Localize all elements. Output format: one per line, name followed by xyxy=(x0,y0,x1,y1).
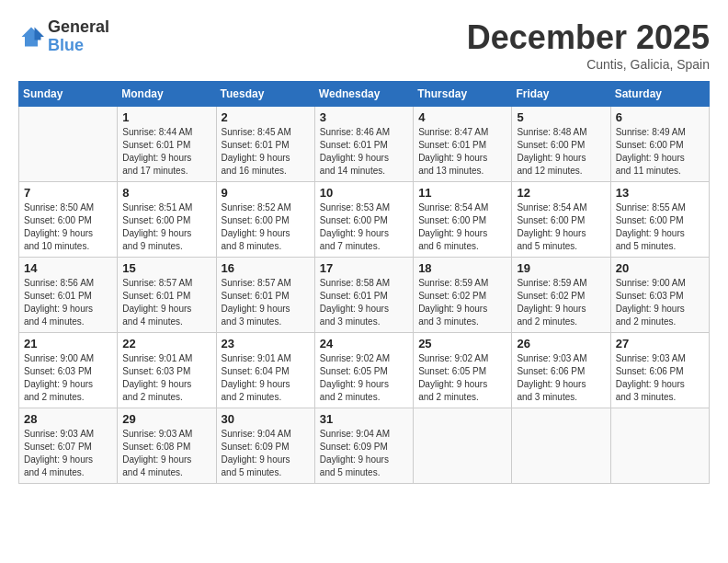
day-number: 21 xyxy=(24,337,112,350)
weekday-header: Wednesday xyxy=(314,82,413,107)
calendar-cell: 19Sunrise: 8:59 AM Sunset: 6:02 PM Dayli… xyxy=(512,258,610,333)
calendar-week-row: 21Sunrise: 9:00 AM Sunset: 6:03 PM Dayli… xyxy=(19,333,710,408)
calendar-cell xyxy=(610,408,709,484)
day-number: 10 xyxy=(320,186,408,200)
calendar-cell: 10Sunrise: 8:53 AM Sunset: 6:00 PM Dayli… xyxy=(314,182,413,258)
logo: General Blue xyxy=(18,18,109,55)
calendar-cell: 15Sunrise: 8:57 AM Sunset: 6:01 PM Dayli… xyxy=(118,258,216,333)
calendar-cell: 7Sunrise: 8:50 AM Sunset: 6:00 PM Daylig… xyxy=(19,182,118,258)
day-info: Sunrise: 8:49 AM Sunset: 6:00 PM Dayligh… xyxy=(616,126,704,178)
calendar-cell: 23Sunrise: 9:01 AM Sunset: 6:04 PM Dayli… xyxy=(216,333,314,408)
day-info: Sunrise: 9:00 AM Sunset: 6:03 PM Dayligh… xyxy=(616,277,704,328)
day-info: Sunrise: 8:59 AM Sunset: 6:02 PM Dayligh… xyxy=(418,277,506,328)
day-info: Sunrise: 9:02 AM Sunset: 6:05 PM Dayligh… xyxy=(320,352,408,404)
calendar-cell xyxy=(19,107,118,182)
calendar-cell: 1Sunrise: 8:44 AM Sunset: 6:01 PM Daylig… xyxy=(118,107,216,182)
calendar-week-row: 28Sunrise: 9:03 AM Sunset: 6:07 PM Dayli… xyxy=(19,408,710,484)
day-info: Sunrise: 8:57 AM Sunset: 6:01 PM Dayligh… xyxy=(222,277,310,328)
day-info: Sunrise: 8:52 AM Sunset: 6:00 PM Dayligh… xyxy=(222,201,310,253)
day-info: Sunrise: 9:04 AM Sunset: 6:09 PM Dayligh… xyxy=(320,428,408,479)
day-number: 22 xyxy=(122,337,210,350)
calendar-cell: 27Sunrise: 9:03 AM Sunset: 6:06 PM Dayli… xyxy=(610,333,709,408)
weekday-header: Monday xyxy=(118,82,216,107)
weekday-row: SundayMondayTuesdayWednesdayThursdayFrid… xyxy=(19,82,710,107)
day-number: 1 xyxy=(122,110,210,124)
calendar-cell: 16Sunrise: 8:57 AM Sunset: 6:01 PM Dayli… xyxy=(216,258,314,333)
day-number: 3 xyxy=(320,110,408,124)
day-number: 28 xyxy=(24,412,112,426)
day-number: 4 xyxy=(418,110,506,124)
day-number: 23 xyxy=(222,337,310,350)
logo-icon xyxy=(18,24,44,50)
day-info: Sunrise: 9:00 AM Sunset: 6:03 PM Dayligh… xyxy=(24,352,112,404)
weekday-header: Thursday xyxy=(414,82,512,107)
day-info: Sunrise: 8:57 AM Sunset: 6:01 PM Dayligh… xyxy=(122,277,210,328)
calendar-week-row: 1Sunrise: 8:44 AM Sunset: 6:01 PM Daylig… xyxy=(19,107,710,182)
calendar-cell: 3Sunrise: 8:46 AM Sunset: 6:01 PM Daylig… xyxy=(314,107,413,182)
day-number: 31 xyxy=(320,412,408,426)
day-info: Sunrise: 9:03 AM Sunset: 6:07 PM Dayligh… xyxy=(24,428,112,479)
calendar-cell: 12Sunrise: 8:54 AM Sunset: 6:00 PM Dayli… xyxy=(512,182,610,258)
day-info: Sunrise: 8:58 AM Sunset: 6:01 PM Dayligh… xyxy=(320,277,408,328)
calendar-cell: 4Sunrise: 8:47 AM Sunset: 6:01 PM Daylig… xyxy=(414,107,512,182)
weekday-header: Friday xyxy=(512,82,610,107)
header: General Blue December 2025 Cuntis, Galic… xyxy=(18,18,710,72)
day-number: 2 xyxy=(222,110,310,124)
day-info: Sunrise: 8:59 AM Sunset: 6:02 PM Dayligh… xyxy=(517,277,605,328)
day-number: 24 xyxy=(320,337,408,350)
title-area: December 2025 Cuntis, Galicia, Spain xyxy=(467,18,710,72)
calendar-cell xyxy=(512,408,610,484)
calendar-header: SundayMondayTuesdayWednesdayThursdayFrid… xyxy=(19,82,710,107)
calendar-cell: 17Sunrise: 8:58 AM Sunset: 6:01 PM Dayli… xyxy=(314,258,413,333)
month-title: December 2025 xyxy=(467,18,710,57)
logo-line1: General xyxy=(48,18,109,37)
day-number: 14 xyxy=(24,261,112,275)
day-number: 6 xyxy=(616,110,704,124)
calendar-cell: 26Sunrise: 9:03 AM Sunset: 6:06 PM Dayli… xyxy=(512,333,610,408)
calendar-body: 1Sunrise: 8:44 AM Sunset: 6:01 PM Daylig… xyxy=(19,107,710,484)
day-number: 17 xyxy=(320,261,408,275)
day-info: Sunrise: 8:46 AM Sunset: 6:01 PM Dayligh… xyxy=(320,126,408,178)
day-info: Sunrise: 8:53 AM Sunset: 6:00 PM Dayligh… xyxy=(320,201,408,253)
calendar-cell: 13Sunrise: 8:55 AM Sunset: 6:00 PM Dayli… xyxy=(610,182,709,258)
weekday-header: Tuesday xyxy=(216,82,314,107)
day-number: 29 xyxy=(122,412,210,426)
calendar-cell: 2Sunrise: 8:45 AM Sunset: 6:01 PM Daylig… xyxy=(216,107,314,182)
day-number: 25 xyxy=(418,337,506,350)
day-info: Sunrise: 8:44 AM Sunset: 6:01 PM Dayligh… xyxy=(122,126,210,178)
day-info: Sunrise: 8:54 AM Sunset: 6:00 PM Dayligh… xyxy=(418,201,506,253)
day-number: 19 xyxy=(517,261,605,275)
svg-marker-1 xyxy=(35,27,45,40)
day-number: 12 xyxy=(517,186,605,200)
day-number: 20 xyxy=(616,261,704,275)
day-info: Sunrise: 8:47 AM Sunset: 6:01 PM Dayligh… xyxy=(418,126,506,178)
weekday-header: Saturday xyxy=(610,82,709,107)
day-info: Sunrise: 9:02 AM Sunset: 6:05 PM Dayligh… xyxy=(418,352,506,404)
day-info: Sunrise: 8:45 AM Sunset: 6:01 PM Dayligh… xyxy=(222,126,310,178)
day-info: Sunrise: 9:01 AM Sunset: 6:03 PM Dayligh… xyxy=(122,352,210,404)
calendar-week-row: 14Sunrise: 8:56 AM Sunset: 6:01 PM Dayli… xyxy=(19,258,710,333)
calendar-cell: 21Sunrise: 9:00 AM Sunset: 6:03 PM Dayli… xyxy=(19,333,118,408)
day-info: Sunrise: 8:54 AM Sunset: 6:00 PM Dayligh… xyxy=(517,201,605,253)
day-info: Sunrise: 9:01 AM Sunset: 6:04 PM Dayligh… xyxy=(222,352,310,404)
day-info: Sunrise: 9:03 AM Sunset: 6:08 PM Dayligh… xyxy=(122,428,210,479)
day-number: 13 xyxy=(616,186,704,200)
day-info: Sunrise: 8:51 AM Sunset: 6:00 PM Dayligh… xyxy=(122,201,210,253)
day-info: Sunrise: 8:50 AM Sunset: 6:00 PM Dayligh… xyxy=(24,201,112,253)
calendar-cell: 18Sunrise: 8:59 AM Sunset: 6:02 PM Dayli… xyxy=(414,258,512,333)
logo-text: General Blue xyxy=(48,18,109,55)
calendar-cell: 20Sunrise: 9:00 AM Sunset: 6:03 PM Dayli… xyxy=(610,258,709,333)
calendar-cell: 8Sunrise: 8:51 AM Sunset: 6:00 PM Daylig… xyxy=(118,182,216,258)
logo-line2: Blue xyxy=(48,36,84,54)
day-info: Sunrise: 9:04 AM Sunset: 6:09 PM Dayligh… xyxy=(222,428,310,479)
calendar-cell: 5Sunrise: 8:48 AM Sunset: 6:00 PM Daylig… xyxy=(512,107,610,182)
day-number: 27 xyxy=(616,337,704,350)
calendar-cell: 14Sunrise: 8:56 AM Sunset: 6:01 PM Dayli… xyxy=(19,258,118,333)
day-number: 11 xyxy=(418,186,506,200)
calendar-cell xyxy=(414,408,512,484)
calendar-table: SundayMondayTuesdayWednesdayThursdayFrid… xyxy=(18,81,710,484)
day-number: 16 xyxy=(222,261,310,275)
calendar-cell: 25Sunrise: 9:02 AM Sunset: 6:05 PM Dayli… xyxy=(414,333,512,408)
location: Cuntis, Galicia, Spain xyxy=(467,57,710,72)
calendar-cell: 22Sunrise: 9:01 AM Sunset: 6:03 PM Dayli… xyxy=(118,333,216,408)
